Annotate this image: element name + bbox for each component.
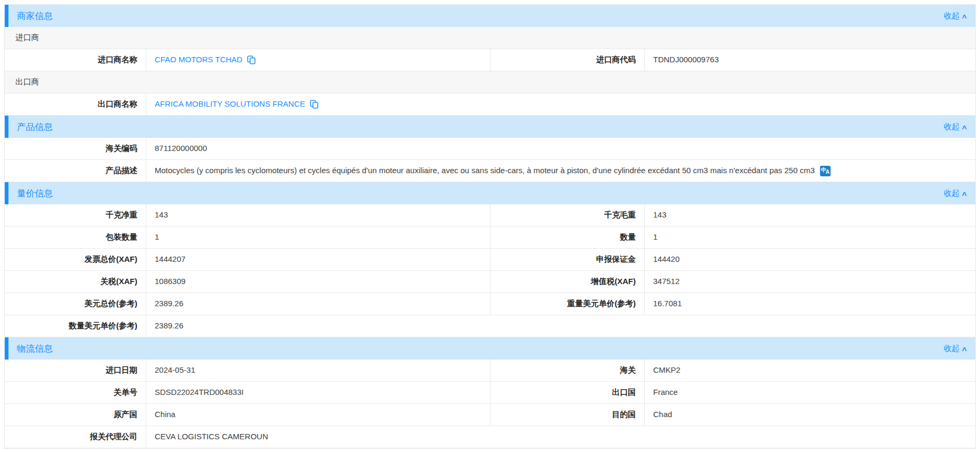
field-value: 2389.26 — [146, 293, 491, 315]
table-row-customs-declaration-no: 关单号 SDSD22024TRD004833I 出口国 France — [5, 382, 975, 404]
importer-name-label: 进口商名称 — [5, 49, 146, 71]
field-label: 原产国 — [5, 404, 146, 426]
collapse-button-logistics-info[interactable]: 收起∧ — [944, 344, 967, 354]
table-row-customs-broker: 报关代理公司 CEVA LOGISTICS CAMEROUN — [5, 426, 975, 448]
product-description-text: Motocycles (y compris les cyclomoteurs) … — [155, 165, 815, 176]
field-label: 关单号 — [5, 382, 146, 403]
section-accent-bar — [5, 5, 8, 27]
section-header-logistics-info: 物流信息 收起∧ — [5, 337, 975, 360]
table-row-usd-unit-price: 数量美元单价(参考) 2389.26 — [5, 315, 975, 337]
importer-code-label: 进口商代码 — [491, 49, 645, 71]
table-row-origin-country: 原产国 China 目的国 Chad — [5, 404, 975, 426]
chevron-up-icon: ∧ — [961, 13, 968, 20]
translate-icon[interactable]: 中A — [820, 166, 831, 176]
table-row-import-date: 进口日期 2024-05-31 海关 CMKP2 — [5, 360, 975, 382]
exporter-name-label: 出口商名称 — [5, 93, 146, 115]
table-row-invoice-total: 发票总价(XAF) 1444207 申报保证金 144420 — [5, 249, 975, 271]
section-header-quantity-price-info: 量价信息 收起∧ — [5, 182, 975, 204]
section-accent-bar — [5, 182, 8, 204]
field-value: 144420 — [645, 249, 975, 270]
product-description-cell: Motocycles (y compris les cyclomoteurs) … — [146, 160, 975, 182]
table-row-exporter: 出口商名称 AFRICA MOBILITY SOLUTIONS FRANCE — [5, 93, 975, 116]
field-value: CMKP2 — [645, 360, 975, 381]
section-header-product-info: 产品信息 收起∧ — [5, 116, 975, 138]
chevron-up-icon: ∧ — [961, 124, 968, 131]
field-label: 重量美元单价(参考) — [491, 293, 645, 315]
copy-icon[interactable] — [247, 55, 256, 64]
table-row-product-description: 产品描述 Motocycles (y compris les cyclomote… — [5, 160, 975, 182]
field-label: 美元总价(参考) — [5, 293, 146, 315]
collapse-button-merchant-info[interactable]: 收起∧ — [944, 11, 967, 21]
field-label: 出口国 — [491, 382, 645, 403]
exporter-name-link[interactable]: AFRICA MOBILITY SOLUTIONS FRANCE — [155, 99, 305, 109]
table-row-importer: 进口商名称 CFAO MOTORS TCHAD 进口商代码 TDNDJ00000… — [5, 49, 975, 71]
product-description-label: 产品描述 — [5, 160, 146, 182]
section-accent-bar — [5, 116, 8, 138]
table-row-duty: 关税(XAF) 1086309 增值税(XAF) 347512 — [5, 271, 975, 293]
field-value: 1 — [146, 227, 491, 248]
section-header-merchant-info: 商家信息 收起∧ — [5, 5, 975, 27]
subsection-exporter: 出口商 — [5, 71, 975, 93]
importer-code-value: TDNDJ000009763 — [645, 49, 975, 71]
field-label: 增值税(XAF) — [491, 271, 645, 292]
section-title-product-info: 产品信息 — [17, 121, 53, 133]
field-value: 143 — [645, 204, 975, 226]
field-value: 2024-05-31 — [146, 360, 491, 381]
hs-code-label: 海关编码 — [5, 138, 146, 159]
importer-name-cell: CFAO MOTORS TCHAD — [146, 49, 491, 71]
table-row-hs-code: 海关编码 871120000000 — [5, 138, 975, 160]
hs-code-value: 871120000000 — [146, 138, 975, 159]
field-label: 包装数量 — [5, 227, 146, 248]
section-title-logistics-info: 物流信息 — [17, 343, 53, 355]
field-label: 进口日期 — [5, 360, 146, 381]
field-value: France — [645, 382, 975, 403]
collapse-button-quantity-price-info[interactable]: 收起∧ — [944, 188, 967, 199]
field-label: 数量 — [491, 227, 645, 248]
field-value: Chad — [645, 404, 975, 426]
field-label: 海关 — [491, 360, 645, 381]
table-row-net-weight: 千克净重 143 千克毛重 143 — [5, 204, 975, 227]
field-value: China — [146, 404, 491, 426]
field-label: 千克毛重 — [491, 204, 645, 226]
exporter-name-cell: AFRICA MOBILITY SOLUTIONS FRANCE — [146, 93, 975, 115]
section-title-merchant-info: 商家信息 — [17, 10, 53, 22]
section-accent-bar — [5, 337, 8, 360]
field-value: SDSD22024TRD004833I — [146, 382, 491, 403]
field-value: 16.7081 — [645, 293, 975, 315]
subsection-importer: 进口商 — [5, 27, 975, 49]
section-title-quantity-price-info: 量价信息 — [17, 187, 53, 200]
table-row-package-quantity: 包装数量 1 数量 1 — [5, 227, 975, 249]
field-value: 347512 — [645, 271, 975, 292]
field-value: CEVA LOGISTICS CAMEROUN — [146, 426, 975, 448]
field-label: 发票总价(XAF) — [5, 249, 146, 270]
importer-name-link[interactable]: CFAO MOTORS TCHAD — [155, 54, 242, 65]
chevron-up-icon: ∧ — [961, 190, 968, 197]
field-label: 关税(XAF) — [5, 271, 146, 292]
collapse-button-product-info[interactable]: 收起∧ — [944, 122, 967, 132]
table-row-usd-total: 美元总价(参考) 2389.26 重量美元单价(参考) 16.7081 — [5, 293, 975, 315]
field-value: 1 — [645, 227, 975, 248]
field-label: 数量美元单价(参考) — [5, 315, 146, 337]
copy-icon[interactable] — [310, 100, 318, 109]
field-label: 申报保证金 — [491, 249, 645, 270]
chevron-up-icon: ∧ — [961, 345, 968, 353]
field-value: 1086309 — [146, 271, 491, 292]
field-label: 千克净重 — [5, 204, 146, 226]
trade-record-detail-panel: 商家信息 收起∧ 进口商 进口商名称 CFAO MOTORS TCHAD 进口商… — [4, 4, 976, 449]
field-value: 143 — [146, 204, 491, 226]
field-value: 2389.26 — [146, 315, 975, 337]
field-label: 报关代理公司 — [5, 426, 146, 448]
field-label: 目的国 — [491, 404, 645, 426]
field-value: 1444207 — [146, 249, 491, 270]
